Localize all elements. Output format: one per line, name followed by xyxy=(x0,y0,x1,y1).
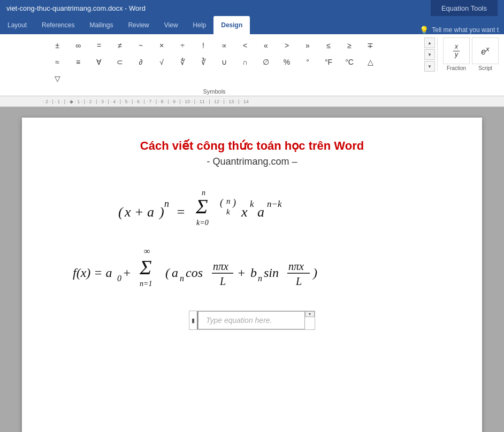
equation-input-container: ▮ Type equation here. ▾ xyxy=(65,311,439,330)
svg-text:a: a xyxy=(257,204,264,220)
sym-triangle-up[interactable]: △ xyxy=(361,54,380,70)
svg-text:L: L xyxy=(219,275,226,287)
svg-text:=: = xyxy=(176,204,186,220)
equation-2: f(x) = a 0 + Σ n=1 ∞ ( a n cos nπx L + b xyxy=(65,242,439,301)
svg-text:n: n xyxy=(202,189,205,197)
tab-review[interactable]: Review xyxy=(120,16,156,34)
title-bar: viet-cong-thuc-quantrimang.com.docx - Wo… xyxy=(0,0,504,16)
lightbulb-icon: 💡 xyxy=(419,26,429,34)
sym-percent[interactable]: % xyxy=(277,54,296,70)
svg-text:n=1: n=1 xyxy=(140,280,152,288)
equation-dropdown-btn[interactable]: ▾ xyxy=(305,311,315,317)
sym-degF[interactable]: °F xyxy=(319,54,338,70)
svg-text:(: ( xyxy=(165,266,171,280)
sym-proportional[interactable]: ∝ xyxy=(215,37,234,53)
equation-input-box[interactable]: Type equation here. xyxy=(198,311,305,329)
svg-text:Σ: Σ xyxy=(195,195,208,218)
tab-layout[interactable]: Layout xyxy=(0,16,34,34)
sym-forall[interactable]: ∀ xyxy=(89,54,109,70)
fraction-display: x y xyxy=(453,43,460,58)
sym-plus-minus[interactable]: ± xyxy=(48,37,67,53)
structures-section: x y Fraction ex Script xyxy=(437,37,499,71)
eq-bracket-indicator: ▮ xyxy=(189,311,198,329)
svg-text:n: n xyxy=(180,274,184,283)
svg-text:): ) xyxy=(158,204,164,220)
sym-4throot[interactable]: ∜ xyxy=(173,54,192,70)
sym-union[interactable]: ∪ xyxy=(215,54,234,70)
sym-degC[interactable]: °C xyxy=(340,54,359,70)
sym-subset[interactable]: ⊂ xyxy=(110,54,129,70)
sym-dbl-greater[interactable]: » xyxy=(298,37,317,53)
script-label: Script xyxy=(478,65,492,71)
sym-degree[interactable]: ° xyxy=(298,54,317,70)
ribbon-right-area: 💡 Tell me what you want t xyxy=(419,26,504,34)
svg-text:(: ( xyxy=(118,204,124,220)
sym-sqrt[interactable]: √ xyxy=(152,54,171,70)
svg-text:+: + xyxy=(237,266,246,280)
svg-text:+: + xyxy=(123,266,131,280)
sym-exclaim[interactable]: ! xyxy=(194,37,213,53)
svg-text:∞: ∞ xyxy=(144,246,150,256)
fraction-btn[interactable]: x y xyxy=(443,37,470,64)
document-subtitle: - Quantrimang.com – xyxy=(65,156,439,167)
svg-text:): ) xyxy=(312,266,317,280)
title-bar-text: viet-cong-thuc-quantrimang.com.docx - Wo… xyxy=(6,4,431,12)
script-btn[interactable]: ex xyxy=(472,37,499,64)
tab-mailings[interactable]: Mailings xyxy=(82,16,120,34)
svg-text:sin: sin xyxy=(264,266,279,280)
svg-text:a: a xyxy=(172,266,178,280)
sym-divide[interactable]: ÷ xyxy=(173,37,192,53)
sym-partial[interactable]: ∂ xyxy=(131,54,150,70)
svg-text:nπx: nπx xyxy=(213,260,228,272)
doc-area: Cách viết công thức toán học trên Word -… xyxy=(0,107,504,432)
tell-me-text: Tell me what you want t xyxy=(432,26,499,34)
tab-help[interactable]: Help xyxy=(186,16,214,34)
script-display: ex xyxy=(481,45,490,57)
sym-tilde[interactable]: ~ xyxy=(131,37,150,53)
svg-text:n−k: n−k xyxy=(267,199,282,209)
svg-text:Σ: Σ xyxy=(139,256,152,279)
scroll-up-btn[interactable]: ▲ xyxy=(424,37,435,48)
sym-equal[interactable]: = xyxy=(89,37,109,53)
svg-text:k: k xyxy=(226,207,230,216)
scroll-down-btn[interactable]: ▼ xyxy=(424,49,435,60)
sym-equiv[interactable]: ≡ xyxy=(68,54,88,70)
sym-cuberoot[interactable]: ∛ xyxy=(194,54,213,70)
svg-text:nπx: nπx xyxy=(288,260,304,272)
sym-triangle-down[interactable]: ▽ xyxy=(48,71,67,87)
tab-references[interactable]: References xyxy=(34,16,82,34)
doc-page: Cách viết công thức toán học trên Word -… xyxy=(22,118,482,432)
sym-leq[interactable]: ≤ xyxy=(319,37,338,53)
sym-empty[interactable]: ∅ xyxy=(256,54,276,70)
svg-text:x: x xyxy=(241,204,248,220)
sym-infinity[interactable]: ∞ xyxy=(68,37,88,53)
tab-design[interactable]: Design xyxy=(213,16,250,34)
sym-greater[interactable]: > xyxy=(277,37,296,53)
sym-minus-plus[interactable]: ∓ xyxy=(361,37,380,53)
sym-intersect[interactable]: ∩ xyxy=(235,54,255,70)
ribbon-content: ± ∞ = ≠ ~ × ÷ ! ∝ < « > » ≤ ≥ ∓ ≈ ≡ ∀ ⊂ … xyxy=(0,34,504,96)
svg-text:f(x) = a: f(x) = a xyxy=(73,266,112,280)
equation-1: ( x + a ) n = Σ k=0 n ( n k ) x k a xyxy=(65,183,439,237)
svg-text:b: b xyxy=(250,266,257,280)
svg-text:n: n xyxy=(258,274,262,283)
sym-geq[interactable]: ≥ xyxy=(340,37,359,53)
structures-grid: x y Fraction ex Script xyxy=(443,37,499,71)
svg-text:k=0: k=0 xyxy=(196,219,209,227)
symbols-grid: ± ∞ = ≠ ~ × ÷ ! ∝ < « > » ≤ ≥ ∓ ≈ ≡ ∀ ⊂ … xyxy=(48,37,381,87)
sym-dbl-less[interactable]: « xyxy=(256,37,276,53)
svg-text:0: 0 xyxy=(117,274,121,283)
sym-times[interactable]: × xyxy=(152,37,171,53)
svg-text:cos: cos xyxy=(186,266,203,280)
symbols-label: Symbols xyxy=(203,88,225,95)
equation-input-wrapper: ▮ Type equation here. ▾ xyxy=(189,311,315,330)
sym-less[interactable]: < xyxy=(235,37,255,53)
fraction-label: Fraction xyxy=(447,65,466,71)
scroll-more-btn[interactable]: ▼ xyxy=(424,61,435,72)
sym-approx[interactable]: ≈ xyxy=(48,54,67,70)
ruler: · 2 · | · 1 · | · ◆ · 1 · | · 2 · | · 3 … xyxy=(0,96,504,107)
sym-not-equal[interactable]: ≠ xyxy=(110,37,129,53)
svg-text:L: L xyxy=(295,275,302,287)
svg-text:(: ( xyxy=(220,197,224,209)
tab-view[interactable]: View xyxy=(157,16,186,34)
